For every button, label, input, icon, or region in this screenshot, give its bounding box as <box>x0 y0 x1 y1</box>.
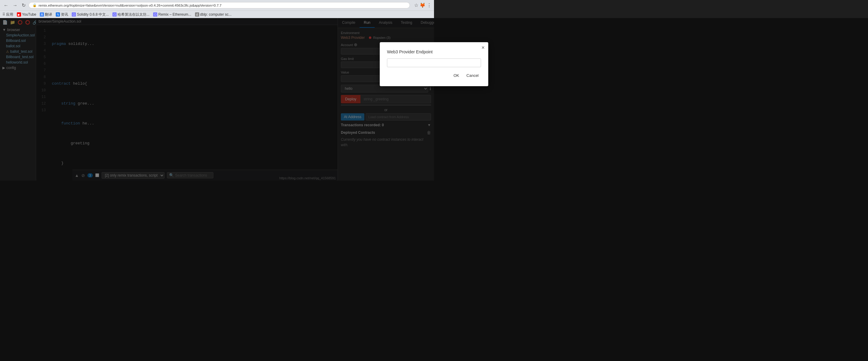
address-bar[interactable]: 🔒 remix.ethereum.org/#optimize=false&evm… <box>29 2 410 8</box>
web3-provider-modal: × Web3 Provider Endpoint http://localhos… <box>380 42 434 86</box>
modal-title: Web3 Provider Endpoint <box>387 50 434 54</box>
bookmark-translate[interactable]: A 翻译 <box>40 12 52 17</box>
bookmark-remix[interactable]: ⬡ Remix – Ethereum... <box>153 12 191 17</box>
news-icon: N <box>56 12 60 17</box>
menu-icon[interactable]: ⋮ <box>427 2 432 8</box>
refresh-button[interactable]: ↻ <box>21 2 27 9</box>
lock-icon: 🔒 <box>33 3 37 7</box>
back-button[interactable]: ← <box>2 2 10 9</box>
remix-label: Remix – Ethereum... <box>158 12 191 17</box>
translate-label: 翻译 <box>45 12 52 17</box>
youtube-label: YouTube <box>22 12 36 17</box>
solidity-label: Solidity 0.6.8 中文... <box>77 12 109 17</box>
hash-label: 哈希算法在以太坊... <box>118 12 150 17</box>
translate-icon: A <box>40 12 44 17</box>
modal-footer: OK Cancel <box>387 72 434 79</box>
youtube-icon: ▶ <box>17 12 21 17</box>
forward-button[interactable]: → <box>11 2 19 9</box>
modal-endpoint-input[interactable]: http://localhost:8545 <box>387 59 434 67</box>
browser-chrome: ← → ↻ 🔒 remix.ethereum.org/#optimize=fal… <box>0 0 434 18</box>
dblp-label: dblp: computer sc... <box>200 12 232 17</box>
star-icon[interactable]: ☆ <box>414 2 418 8</box>
url-text: remix.ethereum.org/#optimize=false&evmVe… <box>38 4 406 7</box>
modal-overlay: × Web3 Provider Endpoint http://localhos… <box>0 18 434 180</box>
bookmark-apps[interactable]: ⠿ 应用 <box>2 12 13 17</box>
browser-actions: ☆ 🦊 ⋮ <box>414 2 432 8</box>
bookmark-youtube[interactable]: ▶ YouTube <box>17 12 36 17</box>
hash-icon: ⬡ <box>113 12 117 17</box>
apps-icon: ⠿ <box>2 12 5 17</box>
browser-nav: ← → ↻ 🔒 remix.ethereum.org/#optimize=fal… <box>0 0 434 10</box>
remix-icon: ⬡ <box>153 12 157 17</box>
solidity-icon: ⬡ <box>72 12 76 17</box>
bookmark-news[interactable]: N 资讯 <box>56 12 68 17</box>
apps-label: 应用 <box>6 12 13 17</box>
bookmark-dblp[interactable]: d dblp: computer sc... <box>195 12 232 17</box>
extension-icon[interactable]: 🦊 <box>420 2 426 8</box>
bookmark-solidity[interactable]: ⬡ Solidity 0.6.8 中文... <box>72 12 109 17</box>
dblp-icon: d <box>195 12 199 17</box>
bookmark-hash[interactable]: ⬡ 哈希算法在以太坊... <box>113 12 150 17</box>
bookmarks-bar: ⠿ 应用 ▶ YouTube A 翻译 N 资讯 ⬡ Solidity 0.6.… <box>0 10 434 18</box>
news-label: 资讯 <box>61 12 68 17</box>
